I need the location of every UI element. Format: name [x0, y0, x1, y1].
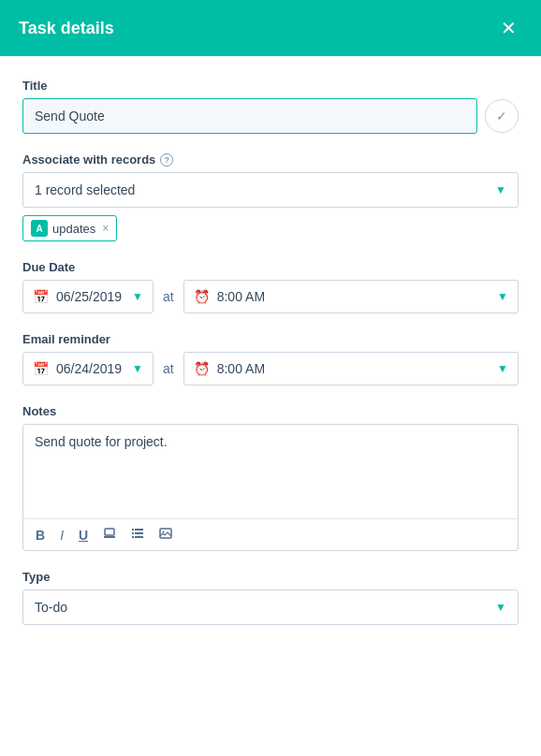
email-reminder-row: 📅 06/24/2019 ▼ at ⏰ 8:00 AM ▼ — [22, 352, 519, 385]
bold-button[interactable]: B — [33, 526, 48, 545]
check-icon: ✓ — [496, 109, 507, 124]
email-reminder-field-group: Email reminder 📅 06/24/2019 ▼ at ⏰ 8:00 … — [22, 332, 519, 385]
list-button[interactable] — [128, 525, 147, 545]
associate-tag: A updates × — [22, 215, 117, 241]
due-date-value: 06/25/2019 — [56, 289, 122, 304]
due-date-row: 📅 06/25/2019 ▼ at ⏰ 8:00 AM ▼ — [22, 280, 519, 313]
associate-chevron: ▼ — [495, 183, 506, 196]
reminder-date-value: 06/24/2019 — [56, 361, 122, 376]
svg-point-9 — [163, 531, 165, 533]
notes-area: Send quote for project. B I U — [22, 424, 519, 551]
tag-close-button[interactable]: × — [102, 222, 109, 235]
title-field-group: Title ✓ — [22, 79, 519, 134]
reminder-time-value: 8:00 AM — [217, 361, 265, 376]
tag-icon: A — [31, 220, 48, 237]
due-at-label: at — [163, 289, 174, 304]
due-date-chevron: ▼ — [132, 290, 143, 303]
reminder-calendar-icon: 📅 — [33, 361, 49, 376]
type-select[interactable]: To-do ▼ — [22, 589, 519, 625]
due-time-chevron: ▼ — [497, 290, 508, 303]
associate-label: Associate with records ? — [22, 153, 519, 167]
svg-rect-6 — [132, 536, 134, 538]
type-value: To-do — [35, 600, 67, 615]
list-icon — [131, 527, 144, 540]
underline-button[interactable]: U — [76, 526, 91, 545]
italic-button[interactable]: I — [57, 526, 66, 545]
svg-rect-0 — [105, 529, 114, 535]
highlight-icon — [103, 527, 116, 540]
reminder-time-select[interactable]: ⏰ 8:00 AM ▼ — [183, 352, 519, 385]
title-label: Title — [22, 79, 519, 93]
modal-header: Task details ✕ — [0, 0, 541, 56]
svg-rect-1 — [104, 536, 115, 538]
checkmark-button[interactable]: ✓ — [485, 99, 519, 133]
modal-body: Title ✓ Associate with records ? 1 recor… — [0, 56, 541, 756]
type-chevron: ▼ — [495, 601, 506, 614]
svg-rect-4 — [132, 532, 134, 534]
due-date-field-group: Due Date 📅 06/25/2019 ▼ at ⏰ 8:00 AM ▼ — [22, 260, 519, 313]
tag-row: A updates × — [22, 215, 519, 241]
close-button[interactable]: ✕ — [495, 17, 522, 39]
due-date-label: Due Date — [22, 260, 519, 274]
reminder-date-chevron: ▼ — [132, 362, 143, 375]
due-time-value: 8:00 AM — [217, 289, 265, 304]
reminder-at-label: at — [163, 361, 174, 376]
due-date-select[interactable]: 📅 06/25/2019 ▼ — [22, 280, 154, 313]
info-icon[interactable]: ? — [160, 153, 173, 167]
modal-title: Task details — [19, 19, 114, 38]
email-reminder-label: Email reminder — [22, 332, 519, 346]
svg-rect-5 — [135, 532, 143, 534]
title-input[interactable] — [22, 98, 477, 134]
notes-input[interactable]: Send quote for project. — [23, 425, 518, 518]
svg-rect-8 — [160, 529, 171, 538]
reminder-clock-icon: ⏰ — [194, 361, 210, 376]
notes-toolbar: B I U — [23, 518, 518, 550]
associate-value: 1 record selected — [35, 182, 135, 197]
title-row: ✓ — [22, 98, 519, 134]
svg-rect-3 — [135, 529, 143, 531]
highlight-button[interactable] — [100, 525, 119, 545]
notes-field-group: Notes Send quote for project. B I U — [22, 404, 519, 551]
image-button[interactable] — [156, 525, 175, 545]
calendar-icon: 📅 — [33, 289, 49, 304]
svg-rect-2 — [132, 529, 134, 531]
reminder-date-select[interactable]: 📅 06/24/2019 ▼ — [22, 352, 154, 385]
task-details-modal: Task details ✕ Title ✓ Associate with re… — [0, 0, 541, 756]
associate-select[interactable]: 1 record selected ▼ — [22, 172, 519, 208]
type-field-group: Type To-do ▼ — [22, 570, 519, 625]
notes-label: Notes — [22, 404, 519, 418]
type-label: Type — [22, 570, 519, 584]
svg-rect-7 — [135, 536, 143, 538]
image-icon — [159, 527, 172, 540]
associate-field-group: Associate with records ? 1 record select… — [22, 153, 519, 241]
reminder-time-chevron: ▼ — [497, 362, 508, 375]
clock-icon: ⏰ — [194, 289, 210, 304]
tag-name: updates — [52, 222, 95, 236]
due-time-select[interactable]: ⏰ 8:00 AM ▼ — [183, 280, 519, 313]
